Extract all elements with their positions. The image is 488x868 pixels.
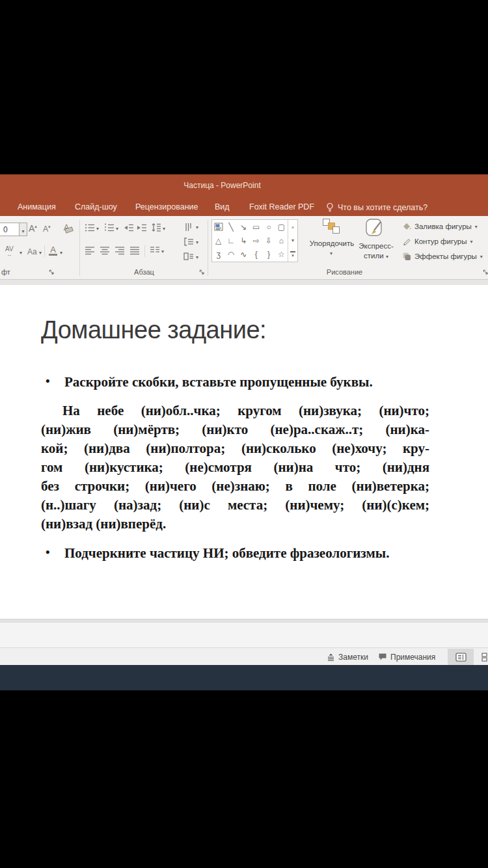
arrange-button[interactable]: Упорядочить	[307, 239, 357, 247]
normal-view-button[interactable]	[448, 649, 474, 665]
tab-review[interactable]: Рецензирование	[135, 202, 198, 211]
shape-rectangle-icon[interactable]: ▭	[250, 220, 262, 234]
align-justify-button[interactable]	[129, 246, 140, 254]
body-line: На небе (ни)обл..чка; кругом (ни)звука; …	[41, 401, 429, 420]
slide-bullet-item[interactable]: • Раскройте скобки, вставьте пропущенные…	[46, 374, 373, 390]
increase-indent-button[interactable]	[137, 223, 147, 232]
tab-foxit-reader-pdf[interactable]: Foxit Reader PDF	[249, 202, 314, 211]
body-line: (ни)взад (ни)вперёд.	[41, 515, 429, 534]
convert-to-smartart-button[interactable]	[183, 252, 194, 261]
shrink-font-button[interactable]: A▾	[43, 224, 51, 234]
tab-slideshow[interactable]: Слайд-шоу	[75, 202, 117, 211]
slide-canvas[interactable]: Домашнее задание: • Раскройте скобки, вс…	[0, 285, 488, 619]
bullet-list-button[interactable]	[85, 223, 95, 232]
chevron-down-icon: ▾	[60, 250, 62, 256]
slide-sorter-view-button[interactable]	[480, 649, 488, 665]
divider	[144, 245, 145, 257]
below-slide-area	[0, 623, 488, 647]
body-line: кой; (ни)два (ни)полтора; (ни)сколько (н…	[41, 439, 429, 458]
slide-bullet-item[interactable]: • Подчеркните частицу НИ; обведите фразе…	[46, 545, 389, 562]
slide-body-paragraph[interactable]: На небе (ни)обл..чка; кругом (ни)звука; …	[41, 401, 429, 534]
columns-button[interactable]	[150, 246, 160, 254]
body-line: (н..)шагу (на)зад; (ни)с места; (ни)чему…	[41, 496, 429, 515]
line-spacing-button[interactable]	[151, 223, 161, 233]
down-arrow-icon: ▾	[291, 253, 294, 258]
numbered-list-button[interactable]	[104, 223, 115, 232]
shape-fill-button[interactable]: Заливка фигуры ▾	[402, 222, 478, 231]
shape-outline-button[interactable]: Контур фигуры ▾	[402, 237, 472, 246]
clear-formatting-button[interactable]: A	[60, 223, 73, 232]
more-bar-icon	[290, 251, 295, 252]
chevron-down-icon: ▾	[116, 226, 118, 232]
font-size-input[interactable]: 0	[0, 223, 20, 236]
chevron-down-icon: ▾	[196, 239, 198, 245]
shape-triangle-icon[interactable]: △	[212, 234, 224, 247]
text-direction-button[interactable]	[183, 222, 194, 232]
shape-effects-button[interactable]: Эффекты фигуры ▾	[402, 252, 483, 261]
chevron-down-icon: ▾	[163, 226, 165, 232]
shape-line-icon[interactable]: ╲	[224, 220, 237, 234]
tab-view[interactable]: Вид	[215, 202, 230, 211]
group-separator	[208, 220, 208, 276]
align-center-button[interactable]	[100, 246, 110, 254]
phone-screenshot: Частица - PowerPoint Анимация Слайд-шоу …	[0, 0, 488, 868]
font-color-button[interactable]: A	[49, 245, 57, 256]
normal-view-icon	[455, 653, 467, 662]
shape-rounded-rectangle-icon[interactable]: ▢	[275, 220, 288, 234]
shape-textbox-icon[interactable]	[212, 220, 224, 234]
align-left-button[interactable]	[85, 246, 95, 254]
body-line: гом (ни)кустика; (не)смотря (ни)на что; …	[41, 458, 429, 477]
change-case-button[interactable]: Aa	[27, 247, 37, 256]
align-right-button[interactable]	[115, 246, 125, 254]
font-color-bar-icon	[49, 254, 57, 256]
drawing-dialog-launcher[interactable]	[483, 269, 488, 275]
shapes-gallery: ╲ ↘ ▭ ○ ▢ △ ∟ ↳ ⇨ ⇩ ⌂ ʒ ◠ ∿ { } ☆ ▴ ▾	[211, 219, 298, 262]
character-spacing-button[interactable]: AV ↔	[5, 246, 14, 258]
quick-styles-button-line2[interactable]: стили ▾	[357, 252, 396, 260]
status-bar: Заметки Примечания	[0, 647, 488, 665]
shape-down-arrow-icon[interactable]: ⇩	[262, 234, 275, 247]
gallery-more-button[interactable]: ▾	[288, 248, 297, 262]
shape-freeform-icon[interactable]: ⌂	[275, 234, 288, 247]
shape-elbow-icon[interactable]: ∟	[224, 234, 237, 247]
shape-right-arrow-icon[interactable]: ⇨	[250, 234, 262, 247]
quick-styles-button[interactable]: Экспресс-	[357, 242, 396, 250]
shape-elbow-arrow-icon[interactable]: ↳	[237, 234, 250, 247]
shape-arc-icon[interactable]: ◠	[224, 248, 237, 262]
paragraph-dialog-launcher[interactable]	[199, 269, 205, 275]
slide-title[interactable]: Домашнее задание:	[41, 316, 266, 344]
shape-right-brace-icon[interactable]: }	[262, 248, 275, 262]
shape-left-brace-icon[interactable]: {	[250, 248, 262, 262]
divider	[44, 245, 45, 257]
align-text-button[interactable]	[183, 237, 194, 247]
chevron-down-icon: ▾	[96, 226, 99, 232]
notes-toggle-button[interactable]: Заметки	[327, 648, 368, 666]
shape-star-icon[interactable]: ☆	[275, 248, 288, 262]
arrange-squares-icon	[323, 219, 340, 234]
comments-toggle-button[interactable]: Примечания	[378, 648, 435, 666]
down-arrow-icon: ▾	[291, 237, 294, 243]
tell-me-box[interactable]: Что вы хотите сделать?	[326, 202, 427, 213]
bullet-text: Подчеркните частицу НИ; обведите фразеол…	[64, 545, 389, 562]
app-background-band	[0, 665, 488, 690]
grow-font-button[interactable]: A▴	[29, 223, 37, 234]
chevron-down-icon[interactable]: ▾	[330, 251, 332, 256]
font-dialog-launcher[interactable]	[49, 269, 55, 275]
bullet-dot-icon: •	[46, 374, 64, 390]
slide-sorter-icon	[481, 653, 488, 662]
chevron-down-icon: ▾	[470, 239, 472, 245]
shape-scribble-icon[interactable]: ʒ	[212, 248, 224, 262]
shape-curve-icon[interactable]: ∿	[237, 248, 250, 262]
tab-animation[interactable]: Анимация	[18, 202, 56, 211]
shape-oval-icon[interactable]: ○	[262, 220, 275, 234]
font-size-dropdown[interactable]: ▾	[20, 223, 27, 236]
shape-arrow-icon[interactable]: ↘	[237, 220, 250, 234]
gallery-scroll-down-button[interactable]: ▾	[288, 234, 297, 247]
bullet-dot-icon: •	[46, 545, 64, 562]
paint-bucket-icon	[402, 222, 411, 231]
shapes-gallery-scrollbar: ▴ ▾ ▾	[288, 220, 297, 262]
ribbon: 0 ▾ A▴ A▾ A AV ↔ ▾ Aa ▾ A ▾ фт ▾	[0, 216, 488, 280]
gallery-scroll-up-button[interactable]: ▴	[288, 220, 297, 234]
decrease-indent-button[interactable]	[124, 223, 134, 232]
chevron-down-icon: ▾	[475, 224, 478, 230]
